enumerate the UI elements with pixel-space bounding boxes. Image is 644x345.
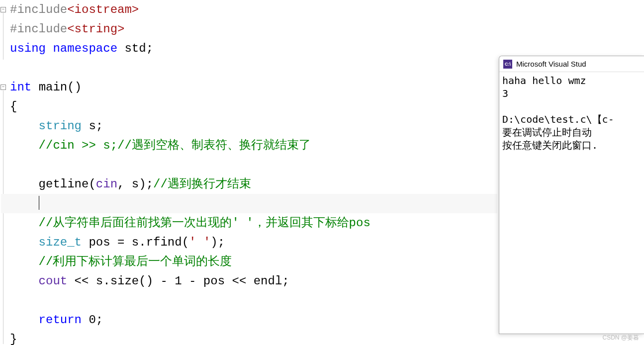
console-title-text: Microsoft Visual Stud <box>516 60 586 68</box>
type-name: string <box>39 119 82 133</box>
code-line[interactable] <box>1 58 497 78</box>
console-titlebar[interactable]: C:\ Microsoft Visual Stud <box>499 56 644 72</box>
comment: //从字符串后面往前找第一次出现的' '，并返回其下标给pos <box>39 216 370 230</box>
code-line[interactable]: size_t pos = s.rfind(' '); <box>1 233 497 252</box>
console-app-icon: C:\ <box>503 60 512 69</box>
keyword: using <box>10 42 46 55</box>
code-line[interactable]: int main() <box>1 78 497 97</box>
identifier: std <box>124 42 146 55</box>
console-line: 3 <box>502 87 508 99</box>
code-line[interactable]: string s; <box>1 116 497 136</box>
identifier: endl <box>254 274 282 288</box>
code-line[interactable] <box>1 291 497 310</box>
code-line[interactable]: return 0; <box>1 310 497 330</box>
header-name: <iostream> <box>67 3 139 16</box>
char-literal: ' ' <box>189 236 210 249</box>
code-line[interactable]: //cin >> s;//遇到空格、制表符、换行就结束了 <box>1 136 497 155</box>
preprocessor: #include <box>10 22 67 36</box>
text-caret <box>39 196 39 210</box>
keyword: return <box>39 313 82 327</box>
keyword: namespace <box>53 42 117 55</box>
console-window: C:\ Microsoft Visual Stud haha hello wmz… <box>499 56 644 334</box>
console-line: D:\code\test.c\【c- <box>502 113 614 125</box>
code-line[interactable] <box>1 155 497 174</box>
code-line[interactable]: //利用下标计算最后一个单词的长度 <box>1 252 497 271</box>
console-line: 按任意键关闭此窗口. <box>502 139 598 151</box>
code-line[interactable]: getline(cin, s);//遇到换行才结束 <box>1 174 497 194</box>
code-line[interactable]: #include<string> <box>1 19 497 39</box>
code-line[interactable]: //从字符串后面往前找第一次出现的' '，并返回其下标给pos <box>1 213 497 233</box>
keyword: int <box>10 81 31 94</box>
console-output[interactable]: haha hello wmz 3 D:\code\test.c\【c- 要在调试… <box>499 72 644 154</box>
code-line[interactable]: { <box>1 97 497 116</box>
comment: //利用下标计算最后一个单词的长度 <box>39 255 232 268</box>
function-call: getline <box>39 177 89 191</box>
identifier: cout <box>39 274 68 288</box>
watermark: CSDN @姜暮 <box>602 334 639 342</box>
code-line-active[interactable] <box>1 194 497 213</box>
header-name: <string> <box>67 22 124 36</box>
code-line[interactable]: #include<iostream> <box>1 0 497 19</box>
console-line: 要在调试停止时自动 <box>502 126 592 138</box>
preprocessor: #include <box>10 3 67 16</box>
code-editor[interactable]: − − #include<iostream> #include<string> … <box>0 0 497 345</box>
comment: //cin >> s;//遇到空格、制表符、换行就结束了 <box>39 139 311 152</box>
console-line: haha hello wmz <box>502 75 586 86</box>
code-line[interactable]: } <box>1 330 497 345</box>
function-name: main() <box>39 81 82 94</box>
identifier: cin <box>96 177 117 191</box>
code-line[interactable]: cout << s.size() - 1 - pos << endl; <box>1 271 497 291</box>
code-line[interactable]: using namespace std; <box>1 39 497 58</box>
type-name: size_t <box>39 236 82 249</box>
identifier: s; <box>82 119 103 133</box>
comment: //遇到换行才结束 <box>153 177 251 191</box>
